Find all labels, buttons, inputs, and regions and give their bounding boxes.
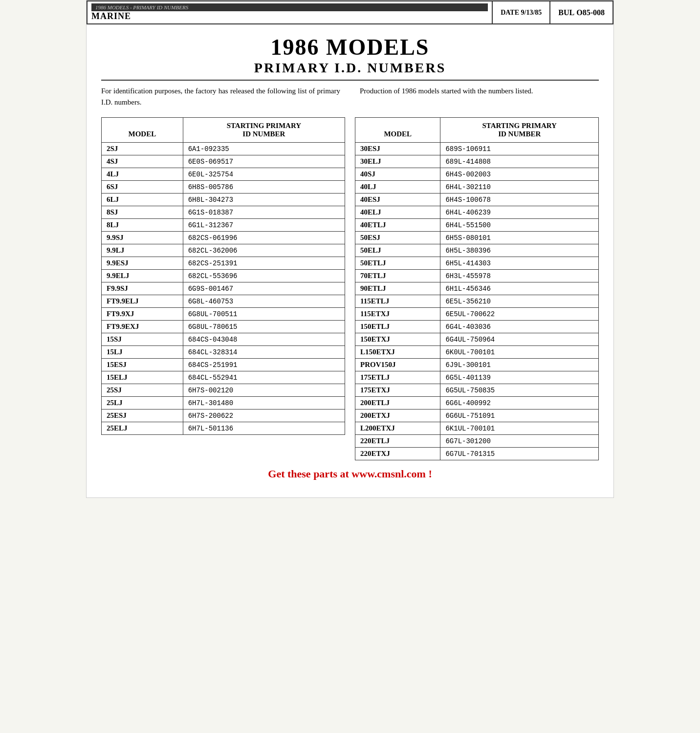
id-number-cell: 6G7UL-701315 <box>440 448 599 460</box>
id-number-cell: 682CS-251391 <box>183 257 345 270</box>
table-row: 9.9LJ682CL-362006 <box>102 244 345 257</box>
model-cell: 175ETXJ <box>355 384 440 397</box>
id-number-cell: 6H5L-414303 <box>440 257 599 270</box>
description-left: For identification purposes, the factory… <box>101 86 340 108</box>
model-cell: 4LJ <box>102 168 183 181</box>
model-cell: 40LJ <box>355 181 440 194</box>
table-row: 25SJ6H7S-002120 <box>102 384 345 397</box>
model-cell: 150ETXJ <box>355 333 440 346</box>
model-cell: 90ETLJ <box>355 282 440 295</box>
table-row: FT9.9EXJ6G8UL-780615 <box>102 321 345 333</box>
id-number-cell: 6H7S-200622 <box>183 410 345 422</box>
id-number-cell: 6E0L-325754 <box>183 168 345 181</box>
table-row: L150ETXJ6K0UL-700101 <box>355 346 599 359</box>
model-cell: 4SJ <box>102 155 183 168</box>
id-number-cell: 6H4S-002003 <box>440 168 599 181</box>
table-row: 150ETLJ6G4L-403036 <box>355 321 599 333</box>
model-cell: 40ELJ <box>355 206 440 219</box>
model-cell: F9.9SJ <box>102 282 183 295</box>
model-cell: 9.9SJ <box>102 232 183 244</box>
model-cell: 50ETLJ <box>355 257 440 270</box>
model-cell: 115ETLJ <box>355 295 440 308</box>
model-cell: 9.9ELJ <box>102 270 183 282</box>
tables-section: MODEL STARTING PRIMARYID NUMBER 2SJ6A1-0… <box>101 117 599 460</box>
id-number-cell: 689S-106911 <box>440 143 599 155</box>
model-cell: 15ESJ <box>102 359 183 371</box>
table-row: 9.9ELJ682CL-553696 <box>102 270 345 282</box>
id-number-cell: 6G1S-018387 <box>183 206 345 219</box>
id-number-cell: 6H8S-005786 <box>183 181 345 194</box>
id-number-cell: 6H5S-080101 <box>440 232 599 244</box>
id-number-cell: 6H7L-501136 <box>183 422 345 435</box>
table-row: FT9.9XJ6G8UL-700511 <box>102 308 345 321</box>
table-row: 40SJ6H4S-002003 <box>355 168 599 181</box>
model-cell: 220ETLJ <box>355 435 440 448</box>
table-right-col1-header: MODEL <box>355 118 440 143</box>
id-number-cell: 6G1L-312367 <box>183 219 345 232</box>
date-value: 9/13/85 <box>521 9 542 17</box>
header-left: 1986 MODELS - PRIMARY ID NUMBERS MARINE <box>88 1 493 23</box>
table-row: 70ETLJ6H3L-455978 <box>355 270 599 282</box>
date-label: DATE <box>501 9 519 17</box>
description-section: For identification purposes, the factory… <box>101 86 599 108</box>
model-cell: 8LJ <box>102 219 183 232</box>
id-number-cell: 6G5L-401139 <box>440 371 599 384</box>
model-cell: 40SJ <box>355 168 440 181</box>
id-number-cell: 6G8UL-780615 <box>183 321 345 333</box>
model-cell: FT9.9XJ <box>102 308 183 321</box>
model-cell: 115ETXJ <box>355 308 440 321</box>
bul-label: BUL <box>558 8 574 17</box>
table-row: 40ETLJ6H4L-551500 <box>355 219 599 232</box>
id-number-cell: 684CL-552941 <box>183 371 345 384</box>
header-top-stripe: 1986 MODELS - PRIMARY ID NUMBERS <box>91 3 488 11</box>
table-row: 25ESJ6H7S-200622 <box>102 410 345 422</box>
id-number-cell: 6G4UL-750964 <box>440 333 599 346</box>
id-number-cell: 6G4L-403036 <box>440 321 599 333</box>
id-number-cell: 6G9S-001467 <box>183 282 345 295</box>
id-number-cell: 6E0S-069517 <box>183 155 345 168</box>
id-number-cell: 684CL-328314 <box>183 346 345 359</box>
id-number-cell: 6H4L-302110 <box>440 181 599 194</box>
model-cell: PROV150J <box>355 359 440 371</box>
table-row: 15ESJ684CS-251991 <box>102 359 345 371</box>
model-cell: L200ETXJ <box>355 422 440 435</box>
header-bar: 1986 MODELS - PRIMARY ID NUMBERS MARINE … <box>87 0 613 24</box>
id-number-cell: 6G6UL-751091 <box>440 410 599 422</box>
table-row: F9.9SJ6G9S-001467 <box>102 282 345 295</box>
main-content: 1986 MODELS PRIMARY I.D. NUMBERS For ide… <box>87 24 613 497</box>
model-cell: 50ESJ <box>355 232 440 244</box>
table-row: 115ETXJ6E5UL-700622 <box>355 308 599 321</box>
title-main: 1986 MODELS <box>101 34 599 60</box>
table-row: 115ETLJ6E5L-356210 <box>355 295 599 308</box>
table-row: 175ETXJ6G5UL-750835 <box>355 384 599 397</box>
model-cell: FT9.9ELJ <box>102 295 183 308</box>
model-cell: 6LJ <box>102 194 183 206</box>
model-cell: 50ELJ <box>355 244 440 257</box>
id-number-cell: 6G6L-400992 <box>440 397 599 410</box>
id-number-cell: 6H3L-455978 <box>440 270 599 282</box>
id-number-cell: 6E5L-356210 <box>440 295 599 308</box>
id-number-cell: 684CS-251991 <box>183 359 345 371</box>
id-number-cell: 689L-414808 <box>440 155 599 168</box>
model-cell: 9.9ESJ <box>102 257 183 270</box>
title-section: 1986 MODELS PRIMARY I.D. NUMBERS <box>101 34 599 81</box>
table-row: PROV150J6J9L-300101 <box>355 359 599 371</box>
header-top-text: 1986 MODELS - PRIMARY ID NUMBERS <box>95 4 188 10</box>
table-row: 15LJ684CL-328314 <box>102 346 345 359</box>
model-cell: FT9.9EXJ <box>102 321 183 333</box>
table-row: 50ETLJ6H5L-414303 <box>355 257 599 270</box>
title-sub: PRIMARY I.D. NUMBERS <box>101 60 599 76</box>
footer-text: Get these parts at www.cmsnl.com ! <box>268 468 432 480</box>
table-row: 9.9SJ682CS-061996 <box>102 232 345 244</box>
id-number-cell: 6H4S-100678 <box>440 194 599 206</box>
model-cell: 6SJ <box>102 181 183 194</box>
id-number-cell: 6H5L-380396 <box>440 244 599 257</box>
model-cell: 30ESJ <box>355 143 440 155</box>
id-number-cell: 6K1UL-700101 <box>440 422 599 435</box>
table-row: 15SJ684CS-043048 <box>102 333 345 346</box>
table-right: MODEL STARTING PRIMARYID NUMBER 30ESJ689… <box>355 117 599 460</box>
table-row: 40ELJ6H4L-406239 <box>355 206 599 219</box>
marine-label: MARINE <box>91 11 488 22</box>
table-left: MODEL STARTING PRIMARYID NUMBER 2SJ6A1-0… <box>101 117 345 435</box>
id-number-cell: 6H1L-456346 <box>440 282 599 295</box>
